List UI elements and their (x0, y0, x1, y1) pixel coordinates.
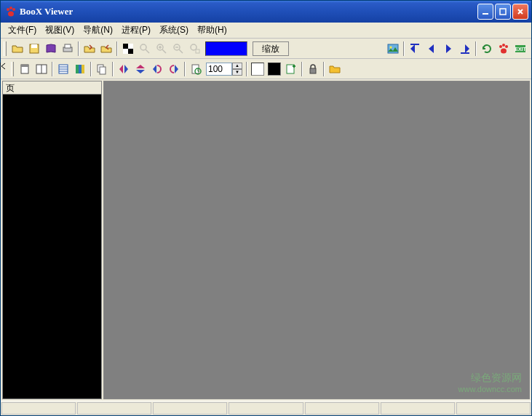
flip-vertical-button[interactable] (132, 61, 148, 77)
close-button[interactable] (512, 4, 528, 20)
menu-process[interactable]: 进程(P) (117, 23, 155, 38)
titlebar: BooX Viewer (1, 1, 531, 23)
color-add-button[interactable] (283, 61, 299, 77)
rotate-right-button[interactable] (166, 61, 182, 77)
svg-rect-34 (82, 65, 84, 73)
status-cell (153, 402, 227, 415)
zoom-out-button[interactable] (170, 41, 186, 57)
status-cell (381, 402, 455, 415)
menu-nav[interactable]: 导航(N) (79, 23, 117, 38)
svg-point-25 (501, 48, 507, 53)
sidebar-thumbnail-area[interactable] (3, 95, 101, 399)
exit-button[interactable]: EXIT (512, 41, 528, 57)
zoom-spinner-input[interactable] (206, 63, 232, 76)
watermark-line1: 绿色资源网 (458, 371, 522, 384)
spinner-up-icon[interactable]: ▲ (232, 63, 242, 69)
zoom-button[interactable] (137, 41, 153, 57)
refresh-button[interactable] (479, 41, 495, 57)
grid-color-button[interactable] (72, 61, 88, 77)
svg-point-23 (502, 44, 505, 47)
svg-point-3 (8, 12, 14, 17)
main-viewport[interactable]: 绿色资源网 www.downcc.com (103, 81, 530, 399)
book-button[interactable] (43, 41, 59, 57)
layout-double-button[interactable] (33, 61, 49, 77)
color-swatch-black[interactable] (268, 63, 281, 76)
separator (184, 62, 186, 76)
svg-rect-36 (100, 67, 106, 74)
next-button[interactable] (440, 41, 456, 57)
separator (246, 62, 247, 76)
paw-button[interactable] (496, 41, 512, 57)
open-button[interactable] (9, 41, 25, 57)
list-view-button[interactable] (55, 61, 71, 77)
folder-out-button[interactable] (82, 41, 98, 57)
goto-first-button[interactable] (407, 41, 423, 57)
svg-rect-17 (196, 49, 199, 53)
sidebar-panel: 页 (2, 81, 102, 399)
menu-file[interactable]: 文件(F) (4, 23, 41, 38)
goto-last-button[interactable] (457, 41, 473, 57)
svg-rect-4 (483, 13, 488, 15)
doc-reset-button[interactable] (188, 61, 204, 77)
maximize-button[interactable] (495, 4, 511, 20)
zoom-label-button[interactable]: 缩放 (253, 41, 289, 56)
separator (116, 41, 118, 56)
statusbar (1, 401, 531, 415)
svg-point-22 (499, 45, 502, 48)
collapse-arrow-icon[interactable] (0, 59, 8, 73)
color-swatch-white[interactable] (251, 63, 264, 76)
sidebar-header: 页 (3, 81, 101, 95)
svg-rect-12 (128, 49, 133, 54)
menu-help[interactable]: 帮助(H) (193, 23, 231, 38)
zoom-in-button[interactable] (154, 41, 170, 57)
prev-button[interactable] (424, 41, 440, 57)
toolbar-secondary: ▲ ▼ (1, 59, 531, 79)
svg-rect-33 (79, 65, 82, 73)
svg-rect-32 (76, 65, 79, 73)
copy-button[interactable] (94, 61, 110, 77)
menu-view[interactable]: 视图(V) (41, 23, 79, 38)
svg-rect-18 (388, 44, 398, 53)
svg-rect-5 (500, 9, 506, 15)
svg-point-1 (9, 7, 12, 9)
flip-horizontal-button[interactable] (116, 61, 132, 77)
status-cell (77, 402, 151, 415)
svg-rect-9 (65, 44, 71, 48)
toolbar-grip[interactable] (4, 41, 7, 56)
separator (78, 41, 79, 56)
svg-text:EXIT: EXIT (515, 47, 526, 52)
separator (323, 62, 325, 76)
menu-system[interactable]: 系统(S) (155, 23, 193, 38)
svg-point-24 (505, 45, 508, 48)
zoom-select-button[interactable] (187, 41, 203, 57)
minimize-button[interactable] (477, 4, 493, 20)
separator (403, 41, 405, 56)
lock-button[interactable] (305, 61, 321, 77)
folder-in-button[interactable] (98, 41, 114, 57)
menubar: 文件(F) 视图(V) 导航(N) 进程(P) 系统(S) 帮助(H) (1, 23, 531, 39)
layout-single-button[interactable] (17, 61, 33, 77)
save-button[interactable] (26, 41, 42, 57)
svg-rect-20 (410, 44, 419, 45)
separator (90, 62, 92, 76)
app-window: BooX Viewer 文件(F) 视图(V) 导航(N) 进程(P) 系统(S… (0, 0, 532, 416)
checker-button[interactable] (120, 41, 136, 57)
separator (112, 62, 114, 76)
toolbar-grip[interactable] (11, 62, 14, 76)
spinner-down-icon[interactable]: ▼ (232, 69, 242, 76)
svg-point-19 (390, 46, 392, 48)
separator (52, 62, 53, 76)
svg-rect-21 (461, 52, 469, 54)
zoom-spinner[interactable]: ▲ ▼ (206, 63, 242, 76)
status-cell (305, 402, 379, 415)
rotate-left-button[interactable] (149, 61, 165, 77)
folder-yellow-button[interactable] (327, 61, 343, 77)
paw-icon (5, 6, 17, 17)
svg-rect-29 (21, 65, 28, 67)
zoom-value-box[interactable] (205, 41, 247, 56)
status-cell (229, 402, 303, 415)
print-button[interactable] (60, 41, 76, 57)
watermark: 绿色资源网 www.downcc.com (458, 371, 522, 394)
image-button[interactable] (385, 41, 401, 57)
separator (475, 41, 477, 56)
